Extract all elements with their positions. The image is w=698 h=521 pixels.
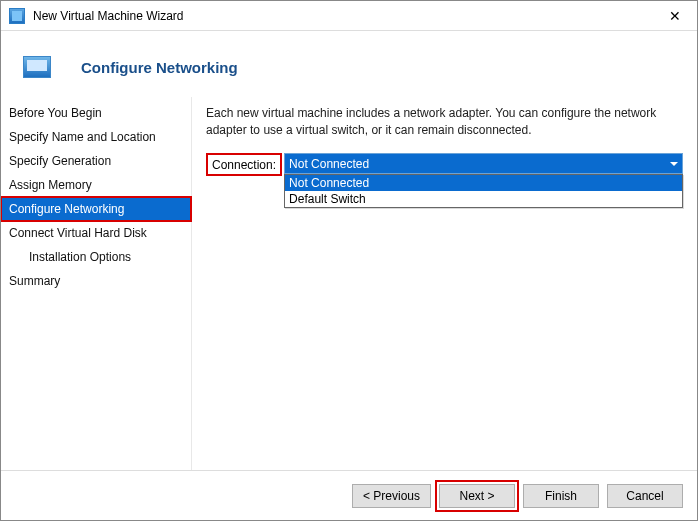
main-pane: Each new virtual machine includes a netw… xyxy=(192,97,697,470)
step-label: Summary xyxy=(9,274,60,288)
chevron-down-icon xyxy=(670,162,678,166)
button-label: Next > xyxy=(459,489,494,503)
body: Before You Begin Specify Name and Locati… xyxy=(1,97,697,470)
step-specify-name-location[interactable]: Specify Name and Location xyxy=(1,125,191,149)
connection-combobox[interactable]: Not Connected xyxy=(284,153,683,174)
wizard-icon xyxy=(9,8,25,24)
footer: < Previous Next > Finish Cancel xyxy=(1,470,697,520)
step-label: Configure Networking xyxy=(9,202,124,216)
next-button[interactable]: Next > xyxy=(439,484,515,508)
button-label: < Previous xyxy=(363,489,420,503)
option-label: Not Connected xyxy=(289,176,369,190)
step-label: Connect Virtual Hard Disk xyxy=(9,226,147,240)
step-installation-options[interactable]: Installation Options xyxy=(1,245,191,269)
step-label: Specify Name and Location xyxy=(9,130,156,144)
cancel-button[interactable]: Cancel xyxy=(607,484,683,508)
button-label: Finish xyxy=(545,489,577,503)
close-button[interactable]: ✕ xyxy=(653,1,697,31)
step-summary[interactable]: Summary xyxy=(1,269,191,293)
titlebar: New Virtual Machine Wizard ✕ xyxy=(1,1,697,31)
step-label: Before You Begin xyxy=(9,106,102,120)
wizard-steps: Before You Begin Specify Name and Locati… xyxy=(1,97,192,470)
step-label: Assign Memory xyxy=(9,178,92,192)
finish-button[interactable]: Finish xyxy=(523,484,599,508)
previous-button[interactable]: < Previous xyxy=(352,484,431,508)
step-label: Specify Generation xyxy=(9,154,111,168)
connection-combo-wrap: Not Connected Not Connected Default Swit… xyxy=(284,153,683,174)
option-label: Default Switch xyxy=(289,192,366,206)
header: Configure Networking xyxy=(1,31,697,97)
close-icon: ✕ xyxy=(669,8,681,24)
step-before-you-begin[interactable]: Before You Begin xyxy=(1,101,191,125)
connection-row: Connection: Not Connected Not Connected … xyxy=(206,153,683,176)
description-text: Each new virtual machine includes a netw… xyxy=(206,105,683,139)
connection-dropdown: Not Connected Default Switch xyxy=(284,174,683,208)
step-assign-memory[interactable]: Assign Memory xyxy=(1,173,191,197)
step-specify-generation[interactable]: Specify Generation xyxy=(1,149,191,173)
step-connect-vhd[interactable]: Connect Virtual Hard Disk xyxy=(1,221,191,245)
connection-label: Connection: xyxy=(206,153,282,176)
step-label: Installation Options xyxy=(29,250,131,264)
window-title: New Virtual Machine Wizard xyxy=(33,9,653,23)
button-label: Cancel xyxy=(626,489,663,503)
connection-selected-value: Not Connected xyxy=(289,157,369,171)
step-configure-networking[interactable]: Configure Networking xyxy=(1,197,191,221)
monitor-icon xyxy=(23,56,51,78)
dropdown-option-not-connected[interactable]: Not Connected xyxy=(285,175,682,191)
dropdown-option-default-switch[interactable]: Default Switch xyxy=(285,191,682,207)
page-title: Configure Networking xyxy=(81,59,238,76)
